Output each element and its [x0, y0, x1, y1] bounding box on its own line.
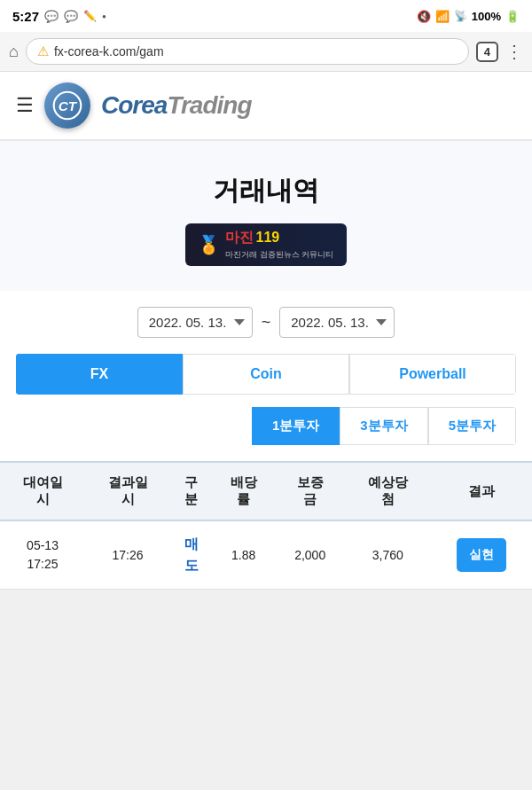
trade-table: 대여일시 결과일시 구분 배당률 보증금 예상당첨 결과 05-13 17:25…: [0, 461, 532, 590]
home-icon[interactable]: ⌂: [9, 43, 19, 61]
subtab-group: 1분투자 3분투자 5분투자: [16, 407, 516, 445]
subtab-3min[interactable]: 3분투자: [340, 407, 427, 445]
subtab-5min[interactable]: 5분투자: [428, 407, 516, 445]
talk2-icon: 💬: [64, 10, 78, 23]
wifi-icon: 📶: [435, 10, 450, 23]
logo-icon: CT: [44, 82, 90, 129]
mute-icon: 🔇: [417, 10, 431, 23]
status-icons-area: 🔇 📶 📡 100% 🔋: [417, 10, 520, 23]
date-filter: 2022. 05. 13. ~ 2022. 05. 13.: [0, 291, 532, 354]
tab-powerball[interactable]: Powerball: [349, 354, 516, 395]
cell-rental-date: 05-13 17:25: [0, 520, 85, 590]
cell-deposit: 2,000: [275, 520, 345, 590]
col-expected: 예상당첨: [345, 462, 430, 520]
logo-trading: Trading: [167, 91, 251, 119]
col-rate: 배당률: [212, 462, 275, 520]
battery-icon: 🔋: [505, 10, 520, 23]
dot-icon: ●: [102, 12, 106, 20]
table-row: 05-13 17:25 17:26 매 도 1.88 2,000 3,760 실…: [0, 520, 532, 590]
col-result-date: 결과일시: [85, 462, 170, 520]
cell-result: 실현: [430, 520, 532, 590]
cell-result-date: 17:26: [85, 520, 170, 590]
page-title: 거래내역: [18, 173, 514, 209]
logo-corea: Corea: [101, 91, 167, 119]
more-menu-icon[interactable]: ⋮: [505, 41, 523, 62]
cell-type: 매 도: [170, 520, 212, 590]
end-date-select[interactable]: 2022. 05. 13.: [279, 307, 395, 338]
tab-coin[interactable]: Coin: [183, 354, 349, 395]
talk-icon: 💬: [44, 10, 59, 23]
site-logo-text: CoreaTrading: [101, 91, 252, 120]
browser-bar: ⌂ ⚠ fx-corea-k.com/gam 4 ⋮: [0, 32, 532, 72]
status-bar: 5:27 💬 💬 ✏️ ● 🔇 📶 📡 100% 🔋: [0, 0, 532, 32]
main-content: 거래내역 🏅 마진 119 마진거래 검증된뉴스 커뮤니티 2022. 05. …: [0, 141, 532, 590]
page-title-section: 거래내역 🏅 마진 119 마진거래 검증된뉴스 커뮤니티: [0, 141, 532, 291]
tab-group: FX Coin Powerball: [16, 354, 516, 395]
warning-icon: ⚠: [37, 43, 49, 59]
col-result: 결과: [430, 462, 532, 520]
battery-text: 100%: [472, 10, 501, 23]
url-box[interactable]: ⚠ fx-corea-k.com/gam: [26, 38, 469, 65]
col-rental-date: 대여일시: [0, 462, 85, 520]
signal-icon: 📡: [454, 10, 467, 22]
tab-count[interactable]: 4: [476, 42, 498, 62]
status-time: 5:27: [12, 9, 39, 24]
url-text: fx-corea-k.com/gam: [54, 44, 164, 59]
result-button[interactable]: 실현: [457, 538, 506, 572]
subtab-1min[interactable]: 1분투자: [252, 407, 340, 445]
tab-fx[interactable]: FX: [16, 354, 183, 395]
svg-text:CT: CT: [59, 98, 78, 113]
cell-expected: 3,760: [345, 520, 430, 590]
badge-area: 🏅 마진 119 마진거래 검증된뉴스 커뮤니티: [18, 223, 514, 266]
table-header-row: 대여일시 결과일시 구분 배당률 보증금 예상당첨 결과: [0, 462, 532, 520]
majin-star-icon: 🏅: [198, 234, 220, 255]
cell-rate: 1.88: [212, 520, 275, 590]
majin-badge: 🏅 마진 119 마진거래 검증된뉴스 커뮤니티: [185, 223, 346, 266]
col-type: 구분: [170, 462, 212, 520]
start-date-select[interactable]: 2022. 05. 13.: [137, 307, 253, 338]
majin-num-text: 119: [255, 230, 279, 246]
hamburger-menu-icon[interactable]: ☰: [16, 94, 34, 117]
majin-subtitle: 마진거래 검증된뉴스 커뮤니티: [225, 249, 333, 261]
table-wrapper: 대여일시 결과일시 구분 배당률 보증금 예상당첨 결과 05-13 17:25…: [0, 461, 532, 590]
majin-ko-text: 마진: [225, 229, 254, 247]
status-time-area: 5:27 💬 💬 ✏️ ●: [12, 9, 106, 24]
site-header: ☰ CT CoreaTrading: [0, 72, 532, 141]
date-tilde: ~: [262, 313, 271, 332]
pencil-icon: ✏️: [83, 10, 97, 22]
col-deposit: 보증금: [275, 462, 345, 520]
